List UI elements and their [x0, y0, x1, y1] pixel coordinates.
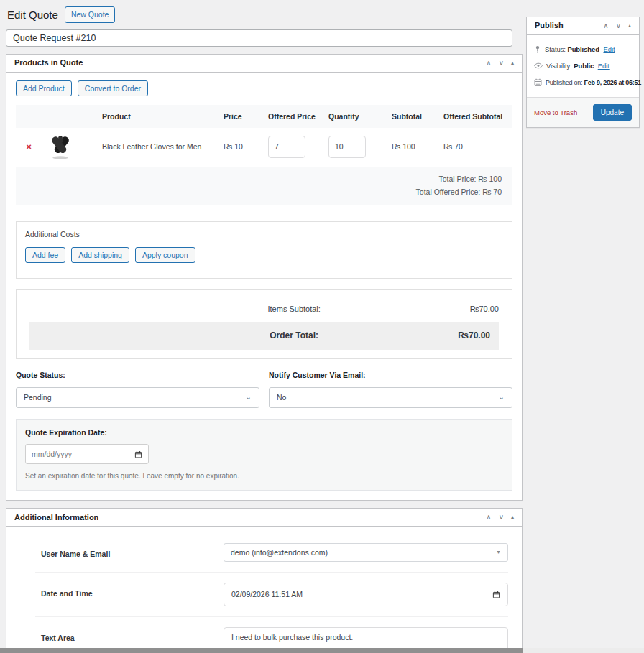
- date-time-row: Date and Time 02/09/2026 11:51 AM: [6, 573, 522, 616]
- offered-price-input[interactable]: [268, 136, 305, 158]
- notify-customer-field: Notify Customer Via Email: No ⌄: [269, 370, 512, 408]
- eye-icon: [534, 62, 543, 69]
- move-down-icon[interactable]: ∨: [499, 60, 504, 67]
- price-column-header: Price: [218, 105, 262, 129]
- remove-column-header: [16, 105, 40, 129]
- expiration-date-label: Quote Expiration Date:: [25, 427, 503, 438]
- total-offered-price-label: Total Offered Price:: [416, 187, 481, 196]
- quote-status-select[interactable]: Pending ⌄: [16, 387, 259, 408]
- thumb-column-header: [40, 105, 96, 129]
- notify-customer-value: No: [277, 392, 286, 403]
- publish-actions: ∧ ∨ ▴: [603, 22, 631, 29]
- product-column-header: Product: [96, 105, 218, 129]
- calendar-icon: [534, 78, 542, 86]
- order-total-value: ₨70.00: [318, 330, 490, 342]
- collapse-icon[interactable]: ▴: [511, 60, 514, 66]
- published-on-row: Published on: Feb 9, 2026 at 06:51 Edit: [534, 75, 632, 91]
- offered-subtotal-column-header: Offered Subtotal: [438, 105, 512, 129]
- quantity-column-header: Quantity: [323, 105, 386, 129]
- update-button[interactable]: Update: [593, 104, 632, 121]
- offered-price-column-header: Offered Price: [262, 105, 323, 129]
- quote-title-input[interactable]: [6, 29, 512, 47]
- add-product-button[interactable]: Add Product: [16, 80, 72, 96]
- product-name: Black Leather Gloves for Men: [96, 128, 218, 165]
- published-on-value: Feb 9, 2026 at 06:51: [584, 79, 642, 86]
- status-label: Status:: [545, 45, 566, 53]
- quote-status-label: Quote Status:: [16, 370, 259, 381]
- subtotal-column-header: Subtotal: [386, 105, 438, 129]
- date-time-input[interactable]: 02/09/2026 11:51 AM: [224, 583, 508, 606]
- items-subtotal-label: Items Subtotal:: [29, 304, 321, 315]
- total-offered-price-value: ₨ 70: [482, 187, 502, 196]
- publish-box: Publish ∧ ∨ ▴ Status:: [526, 17, 640, 128]
- notify-customer-label: Notify Customer Via Email:: [269, 370, 512, 381]
- username-email-select[interactable]: demo (info@extendons.com) ▼: [224, 543, 508, 562]
- expiration-date-input[interactable]: mm/dd/yyyy: [25, 444, 149, 464]
- move-up-icon[interactable]: ∧: [486, 514, 491, 521]
- date-time-value: 02/09/2026 11:51 AM: [231, 589, 303, 600]
- order-total-row: Order Total: ₨70.00: [29, 322, 499, 350]
- username-email-row: User Name & Email demo (info@extendons.c…: [6, 533, 522, 572]
- convert-to-order-button[interactable]: Convert to Order: [78, 80, 148, 96]
- publish-footer: Move to Trash Update: [527, 97, 639, 127]
- move-up-icon[interactable]: ∧: [603, 22, 608, 29]
- expiration-date-placeholder: mm/dd/yyyy: [32, 449, 72, 460]
- edit-visibility-link[interactable]: Edit: [598, 62, 610, 70]
- add-shipping-button[interactable]: Add shipping: [71, 247, 129, 263]
- total-price-label: Total Price:: [438, 175, 476, 183]
- visibility-value: Public: [574, 62, 594, 70]
- products-in-quote-box: Products in Quote ∧ ∨ ▴ Add Product Conv…: [6, 54, 523, 501]
- remove-product-button[interactable]: ✕: [22, 143, 32, 151]
- horizontal-scrollbar[interactable]: [0, 648, 644, 653]
- additional-info-header: Additional Information ∧ ∨ ▴: [6, 509, 522, 527]
- username-email-value: demo (info@extendons.com): [231, 547, 328, 558]
- apply-coupon-button[interactable]: Apply coupon: [135, 247, 196, 263]
- published-on-label: Published on:: [546, 79, 582, 86]
- table-price-totals: Total Price: ₨ 100 Total Offered Price: …: [16, 167, 512, 205]
- additional-info-actions: ∧ ∨ ▴: [486, 514, 514, 521]
- edit-quote-page: Edit Quote New Quote Products in Quote ∧…: [0, 0, 644, 653]
- scrollbar-thumb[interactable]: [0, 648, 523, 653]
- date-time-label: Date and Time: [41, 583, 224, 606]
- product-thumbnail: [40, 128, 96, 165]
- product-row: ✕: [16, 128, 512, 165]
- calendar-icon[interactable]: [134, 450, 142, 458]
- items-subtotal-value: ₨70.00: [321, 304, 499, 315]
- additional-costs-title: Additional Costs: [25, 229, 503, 240]
- product-offered-subtotal: ₨ 70: [438, 128, 512, 165]
- status-row: Status: Published Edit: [534, 41, 632, 57]
- chevron-down-icon: ⌄: [246, 392, 252, 402]
- publish-title: Publish: [535, 20, 564, 31]
- move-to-trash-link[interactable]: Move to Trash: [534, 108, 577, 117]
- gloves-image: [46, 131, 75, 162]
- additional-info-title: Additional Information: [14, 512, 98, 523]
- collapse-icon[interactable]: ▴: [511, 514, 514, 520]
- new-quote-button[interactable]: New Quote: [65, 6, 116, 23]
- quantity-input[interactable]: [328, 136, 366, 158]
- pin-icon: [534, 45, 541, 54]
- product-subtotal: ₨ 100: [386, 128, 438, 165]
- quote-status-field: Quote Status: Pending ⌄: [16, 370, 259, 408]
- side-column: Publish ∧ ∨ ▴ Status:: [526, 4, 640, 128]
- page-header: Edit Quote New Quote: [6, 4, 523, 29]
- additional-information-box: Additional Information ∧ ∨ ▴ User Name &…: [6, 508, 523, 653]
- items-subtotal-row: Items Subtotal: ₨70.00: [29, 297, 499, 321]
- products-box-actions: ∧ ∨ ▴: [486, 60, 514, 67]
- page-title: Edit Quote: [7, 7, 58, 22]
- move-down-icon[interactable]: ∨: [499, 514, 504, 521]
- notify-customer-select[interactable]: No ⌄: [269, 387, 512, 408]
- products-box-title: Products in Quote: [14, 57, 83, 68]
- quote-expiration-section: Quote Expiration Date: mm/dd/yyyy Set an…: [16, 419, 512, 491]
- calendar-icon[interactable]: [492, 591, 500, 598]
- move-down-icon[interactable]: ∨: [616, 22, 621, 29]
- add-fee-button[interactable]: Add fee: [25, 247, 65, 263]
- total-price-value: ₨ 100: [478, 175, 502, 183]
- move-up-icon[interactable]: ∧: [486, 60, 491, 67]
- expiration-help-text: Set an expiration date for this quote. L…: [25, 471, 503, 481]
- product-price: ₨ 10: [218, 128, 262, 165]
- chevron-down-icon: ⌄: [499, 392, 505, 402]
- publish-header: Publish ∧ ∨ ▴: [527, 17, 639, 35]
- collapse-icon[interactable]: ▴: [628, 23, 631, 29]
- products-table: Product Price Offered Price Quantity Sub…: [16, 105, 512, 166]
- edit-status-link[interactable]: Edit: [603, 45, 615, 53]
